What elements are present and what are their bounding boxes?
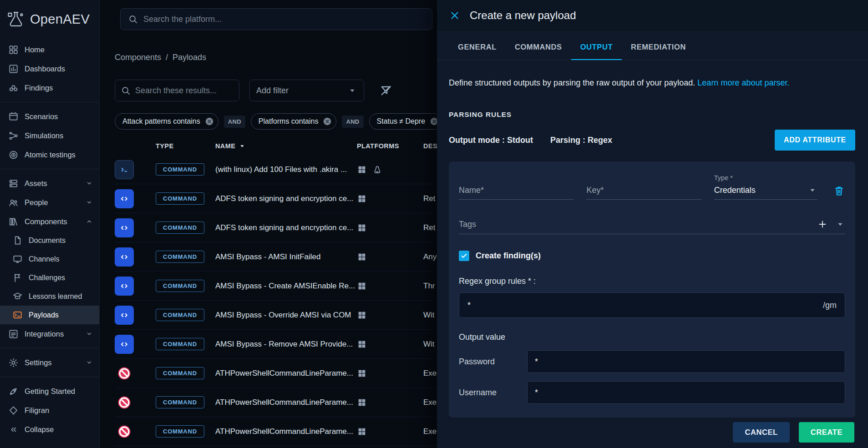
regex-input[interactable]: * /gm bbox=[459, 292, 845, 318]
cancel-button[interactable]: CANCEL bbox=[733, 422, 789, 443]
channels-icon bbox=[12, 254, 23, 264]
payload-platforms bbox=[357, 427, 423, 437]
payload-type-badge: COMMAND bbox=[156, 251, 204, 263]
sidebar-item-integrations[interactable]: Integrations bbox=[0, 324, 99, 343]
add-filter-select[interactable]: Add filter bbox=[249, 80, 364, 101]
tab-output[interactable]: OUTPUT bbox=[571, 35, 622, 60]
attribute-card: Name* Key* Type * Credentials Tags bbox=[449, 161, 855, 418]
windows-icon bbox=[357, 223, 367, 233]
filter-chip-platforms-contains[interactable]: Platforms contains bbox=[251, 113, 337, 130]
add-attribute-button[interactable]: ADD ATTRIBUTE bbox=[775, 130, 855, 151]
delete-attribute-icon[interactable] bbox=[833, 185, 845, 197]
col-type[interactable]: TYPE bbox=[156, 142, 215, 150]
output-input-password[interactable]: * bbox=[527, 350, 845, 373]
breadcrumb-components[interactable]: Components bbox=[115, 53, 161, 62]
create-button[interactable]: CREATE bbox=[799, 422, 854, 443]
home-icon bbox=[8, 45, 19, 55]
blocked-icon bbox=[115, 422, 134, 441]
sidebar-item-simulations[interactable]: Simulations bbox=[0, 126, 99, 145]
sidebar-item-dashboards[interactable]: Dashboards bbox=[0, 59, 99, 78]
key-field[interactable]: Key* bbox=[586, 186, 701, 200]
filter-chip-status-depre[interactable]: Status ≠ Depre bbox=[369, 113, 444, 130]
payload-name: AMSI Bypass - Override AMSI via COM bbox=[215, 311, 357, 320]
filigran-icon bbox=[8, 405, 19, 416]
tab-general[interactable]: GENERAL bbox=[449, 35, 506, 60]
output-input-username[interactable]: * bbox=[527, 381, 845, 404]
breadcrumb-payloads: Payloads bbox=[173, 53, 206, 62]
parsing-text: Parsing : Regex bbox=[550, 136, 612, 145]
sidebar-divider bbox=[0, 169, 99, 169]
add-tag-icon[interactable] bbox=[817, 219, 828, 230]
filter-operator[interactable]: AND bbox=[224, 116, 245, 128]
col-name[interactable]: NAME bbox=[215, 142, 357, 150]
collapse-icon bbox=[8, 424, 19, 435]
sidebar-item-label: Filigran bbox=[25, 406, 49, 415]
filter-operator[interactable]: AND bbox=[342, 116, 363, 128]
blocked-icon bbox=[115, 393, 134, 412]
create-findings-checkbox[interactable] bbox=[459, 251, 469, 261]
windows-icon bbox=[357, 368, 367, 378]
tab-remediation[interactable]: REMEDIATION bbox=[622, 35, 695, 60]
documents-icon bbox=[12, 235, 23, 246]
sidebar-item-challenges[interactable]: Challenges bbox=[0, 268, 99, 287]
challenges-icon bbox=[12, 272, 23, 283]
sidebar-item-payloads[interactable]: Payloads bbox=[0, 306, 99, 324]
close-icon[interactable] bbox=[449, 10, 461, 21]
payload-type-badge: COMMAND bbox=[156, 192, 204, 205]
results-search[interactable] bbox=[115, 80, 239, 101]
windows-icon bbox=[357, 310, 367, 320]
payload-platforms bbox=[357, 310, 423, 320]
parser-description-text: Define structured outputs by parsing the… bbox=[449, 78, 695, 87]
windows-icon bbox=[357, 194, 367, 204]
sidebar-item-label: People bbox=[25, 198, 48, 207]
sidebar-divider bbox=[0, 377, 99, 377]
chevron-down-icon bbox=[85, 179, 94, 188]
windows-icon bbox=[357, 252, 367, 262]
results-search-input[interactable] bbox=[135, 86, 233, 96]
name-field[interactable]: Name* bbox=[459, 186, 574, 200]
sidebar-item-components[interactable]: Components bbox=[0, 212, 99, 231]
parser-doc-link[interactable]: Learn more about parser. bbox=[697, 78, 789, 87]
type-select[interactable]: Type * Credentials bbox=[714, 174, 817, 200]
sidebar-item-people[interactable]: People bbox=[0, 193, 99, 212]
sidebar-item-home[interactable]: Home bbox=[0, 40, 99, 59]
cancel-icon[interactable] bbox=[204, 116, 214, 126]
add-filter-label: Add filter bbox=[256, 86, 289, 96]
payload-name: AMSI Bypass - AMSI InitFailed bbox=[215, 252, 357, 262]
app-logo[interactable]: OpenAEV bbox=[0, 0, 99, 38]
sidebar-item-assets[interactable]: Assets bbox=[0, 174, 99, 193]
sidebar-item-atomic-testings[interactable]: Atomic testings bbox=[0, 145, 99, 164]
col-platforms[interactable]: PLATFORMS bbox=[357, 142, 423, 150]
drawer-body: Define structured outputs by parsing the… bbox=[437, 60, 868, 418]
sidebar-item-channels[interactable]: Channels bbox=[0, 250, 99, 268]
sidebar-item-getting-started[interactable]: Getting Started bbox=[0, 382, 99, 401]
chevron-down-icon[interactable] bbox=[835, 219, 845, 229]
output-mode-text: Output mode : Stdout bbox=[449, 136, 533, 145]
tags-field[interactable]: Tags bbox=[459, 219, 845, 234]
sidebar-item-collapse[interactable]: Collapse bbox=[0, 420, 99, 439]
tags-field-label: Tags bbox=[459, 220, 476, 229]
tab-commands[interactable]: COMMANDS bbox=[506, 35, 571, 60]
sidebar-item-documents[interactable]: Documents bbox=[0, 231, 99, 250]
sidebar-item-findings[interactable]: Findings bbox=[0, 78, 99, 97]
clear-filters-icon[interactable] bbox=[380, 84, 392, 97]
global-search-input[interactable] bbox=[143, 15, 425, 24]
windows-icon bbox=[357, 427, 367, 437]
sidebar-item-filigran[interactable]: Filigran bbox=[0, 401, 99, 420]
global-search[interactable] bbox=[120, 8, 432, 30]
sort-desc-icon bbox=[238, 142, 246, 150]
cancel-icon[interactable] bbox=[322, 116, 332, 126]
regex-value: * bbox=[467, 301, 471, 310]
sidebar-item-settings[interactable]: Settings bbox=[0, 353, 99, 372]
payload-type-badge: COMMAND bbox=[156, 280, 204, 292]
filter-chip-attack-patterns-contains[interactable]: Attack patterns contains bbox=[115, 113, 218, 130]
payload-name: AMSI Bypass - Create AMSIEnable Re... bbox=[215, 282, 357, 291]
lessons-learned-icon bbox=[12, 291, 23, 302]
sidebar-item-lessons-learned[interactable]: Lessons learned bbox=[0, 287, 99, 306]
sidebar-item-scenarios[interactable]: Scenarios bbox=[0, 107, 99, 126]
filter-chip-label: Status ≠ Depre bbox=[377, 117, 426, 126]
payload-platforms bbox=[357, 165, 423, 175]
drawer-header: Create a new payload bbox=[437, 0, 868, 31]
filter-chip-label: Platforms contains bbox=[259, 117, 319, 126]
command-icon bbox=[115, 277, 134, 296]
